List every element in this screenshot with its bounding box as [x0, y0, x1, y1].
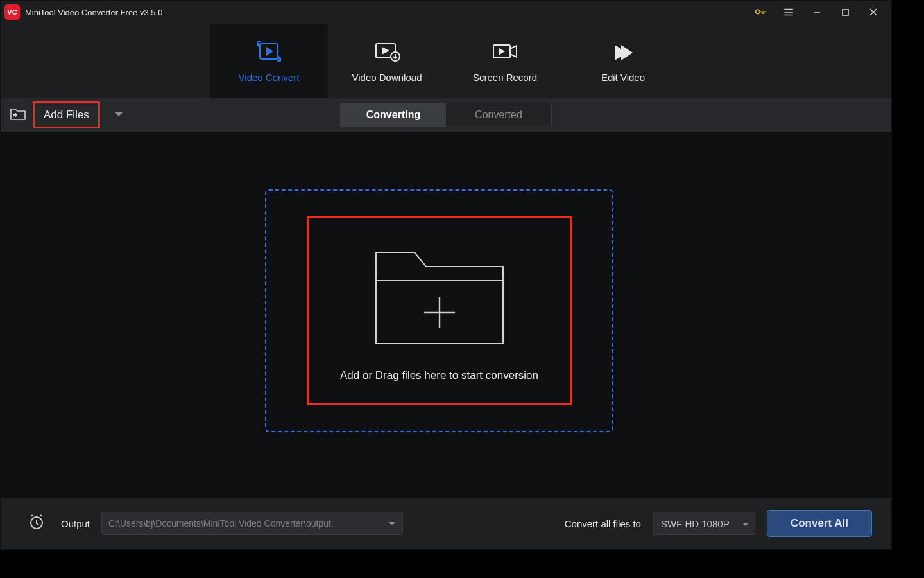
add-files-button[interactable]: Add Files	[33, 101, 100, 128]
tab-label: Video Convert	[239, 72, 300, 83]
add-files-label: Add Files	[44, 109, 89, 121]
segment-converting[interactable]: Converting	[341, 103, 446, 127]
video-download-icon	[373, 40, 400, 63]
toolbar: Add Files Converting Converted	[1, 98, 891, 132]
hamburger-menu-icon[interactable]	[774, 1, 803, 24]
tab-video-convert[interactable]: Video Convert	[210, 24, 328, 98]
drop-zone-text: Add or Drag files here to start conversi…	[340, 369, 538, 382]
screen-record-icon	[491, 40, 519, 63]
video-convert-icon	[256, 40, 282, 63]
segment-label: Converted	[475, 109, 522, 121]
segment-converted[interactable]: Converted	[446, 103, 551, 127]
convert-all-label: Convert all files to	[565, 518, 641, 529]
main-area: Add or Drag files here to start conversi…	[1, 132, 891, 498]
output-path-text: C:\Users\bj\Documents\MiniTool Video Con…	[108, 518, 331, 529]
key-icon[interactable]	[746, 1, 774, 24]
tab-edit-video[interactable]: Edit Video	[564, 24, 682, 98]
app-window: VC MiniTool Video Converter Free v3.5.0	[0, 0, 892, 550]
tab-video-download[interactable]: Video Download	[328, 24, 446, 98]
tab-screen-record[interactable]: Screen Record	[446, 24, 564, 98]
tab-label: Video Download	[352, 72, 422, 83]
convert-status-segment: Converting Converted	[340, 103, 552, 127]
convert-all-button-label: Convert All	[791, 517, 848, 530]
title-bar: VC MiniTool Video Converter Free v3.5.0	[1, 1, 891, 24]
close-button[interactable]	[859, 1, 887, 24]
minimize-button[interactable]	[803, 1, 831, 24]
app-logo-icon: VC	[4, 4, 20, 20]
segment-label: Converting	[366, 109, 420, 121]
schedule-icon[interactable]	[28, 513, 46, 534]
add-files-dropdown-icon[interactable]	[114, 109, 123, 121]
output-format-value: SWF HD 1080P	[661, 518, 730, 529]
tab-label: Screen Record	[473, 72, 537, 83]
output-label: Output	[61, 518, 90, 529]
top-nav: Video Convert Video Download	[1, 24, 891, 98]
chevron-down-icon	[742, 518, 749, 529]
footer-bar: Output C:\Users\bj\Documents\MiniTool Vi…	[1, 498, 891, 549]
add-file-icon[interactable]	[10, 107, 26, 123]
window-title: MiniTool Video Converter Free v3.5.0	[25, 8, 162, 17]
edit-video-icon	[612, 40, 634, 63]
convert-all-button[interactable]: Convert All	[767, 510, 872, 537]
chevron-down-icon	[388, 518, 396, 529]
maximize-button[interactable]	[831, 1, 859, 24]
drop-zone-highlight[interactable]: Add or Drag files here to start conversi…	[307, 216, 572, 405]
tab-label: Edit Video	[601, 72, 645, 83]
output-format-select[interactable]: SWF HD 1080P	[653, 512, 755, 535]
folder-plus-icon	[372, 240, 507, 351]
svg-rect-1	[842, 9, 848, 15]
output-path-select[interactable]: C:\Users\bj\Documents\MiniTool Video Con…	[101, 512, 403, 535]
drop-zone[interactable]: Add or Drag files here to start conversi…	[265, 189, 613, 432]
